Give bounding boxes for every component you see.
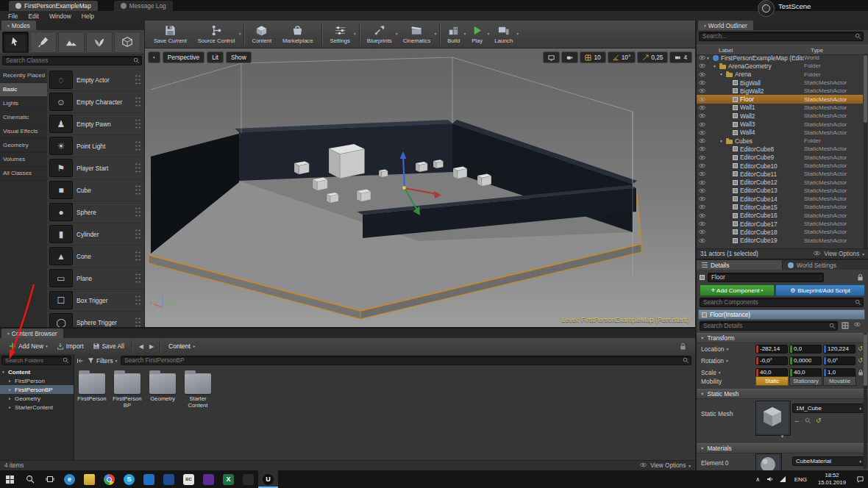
place-item-empty-actor[interactable]: ◌Empty Actor [47, 69, 144, 91]
actor-name-field[interactable] [708, 273, 824, 282]
taskbar-app-visual-studio[interactable] [199, 470, 218, 488]
static-mesh-dropdown[interactable]: 1M_Cube ▾ [792, 403, 865, 413]
breadcrumb[interactable]: Content ▸ [164, 342, 200, 350]
scrollbar-thumb[interactable] [864, 55, 867, 123]
start-button[interactable] [0, 470, 20, 488]
taskbar-app-edge[interactable]: e [60, 470, 79, 488]
taskbar-app-file-explorer[interactable] [79, 470, 99, 488]
modes-category-recently-placed[interactable]: Recently Placed [0, 69, 47, 83]
modes-category-geometry[interactable]: Geometry [0, 139, 47, 153]
asset-folder-firstperson[interactable]: FirstPerson [77, 370, 107, 409]
outliner-row-editorcube12[interactable]: EditorCube12StaticMeshActor [697, 178, 863, 186]
browse-icon[interactable] [805, 417, 811, 424]
menu-window[interactable]: Window [44, 12, 77, 20]
location-label[interactable]: Location▾ [701, 345, 755, 353]
place-item-empty-character[interactable]: ☺Empty Character [47, 91, 144, 113]
window-tab-firstpersonexamplemap[interactable]: FirstPersonExampleMap [9, 1, 98, 11]
place-mode-icon[interactable] [2, 32, 29, 53]
outliner-row-wall4[interactable]: Wall4StaticMeshActor [697, 129, 863, 137]
task-view-button[interactable] [40, 470, 60, 488]
details-scrollbar[interactable] [864, 333, 867, 469]
outliner-row-editorcube19[interactable]: EditorCube19StaticMeshActor [697, 237, 863, 245]
tree-expand-icon[interactable]: ▸ [9, 405, 15, 409]
outliner-row-arenageometry[interactable]: ▾ArenaGeometryFolder [697, 62, 863, 70]
clock[interactable]: 18:52 15.01.2019 [812, 472, 852, 487]
filters-button[interactable]: Filters ▾ [88, 357, 117, 365]
tab-content-browser[interactable]: ▾ Content Browser [1, 329, 63, 338]
asset-folder-geometry[interactable]: Geometry [147, 370, 178, 409]
save-current-button[interactable]: Save Current [149, 21, 193, 48]
modes-category-cinematic[interactable]: Cinematic [0, 111, 47, 125]
tab-details[interactable]: Details [697, 260, 782, 270]
rotation-z-field[interactable]: 0,0° [823, 356, 855, 365]
import-button[interactable]: Import [52, 340, 88, 353]
outliner-row-arena[interactable]: ▾ArenaFolder [697, 71, 863, 79]
grid-snap-button[interactable]: 10 [580, 51, 605, 63]
content-tree-content[interactable]: ▾Content [0, 367, 74, 376]
visibility-eye-icon[interactable] [697, 180, 707, 185]
visibility-eye-icon[interactable] [697, 229, 707, 234]
outliner-row-bigwall[interactable]: BigWallStaticMeshActor [697, 79, 863, 87]
window-tab-message-log[interactable]: Message Log [114, 1, 173, 11]
rotation-x-field[interactable]: -0,0° [755, 356, 788, 365]
drag-grip-icon[interactable] [135, 295, 141, 306]
place-item-cylinder[interactable]: ▮Cylinder [47, 223, 144, 245]
asset-folder-firstperson-bp[interactable]: FirstPerson BP [112, 370, 143, 409]
drag-grip-icon[interactable] [135, 140, 141, 151]
back-button[interactable]: ◀ [136, 343, 146, 350]
outliner-row-editorcube13[interactable]: EditorCube13StaticMeshActor [697, 187, 863, 195]
place-item-box-trigger[interactable]: ☐Box Trigger [47, 290, 144, 312]
modes-category-lights[interactable]: Lights [0, 97, 47, 111]
network-icon[interactable] [777, 476, 789, 483]
tab-modes[interactable]: ▾ Modes [1, 21, 36, 30]
modes-category-volumes[interactable]: Volumes [0, 153, 47, 167]
location-x-field[interactable]: -282,14 [755, 345, 788, 354]
place-item-cube[interactable]: ■Cube [47, 179, 144, 201]
sources-toggle-button[interactable] [77, 357, 84, 365]
taskbar-app-skype[interactable]: S [119, 470, 139, 488]
visibility-eye-icon[interactable] [697, 88, 707, 93]
outliner-row-wall1[interactable]: Wall1StaticMeshActor [697, 104, 863, 112]
outliner-row-editorcube17[interactable]: EditorCube17StaticMeshActor [697, 220, 863, 228]
modes-category-basic[interactable]: Basic [0, 83, 47, 97]
content-tree-firstpersonbp[interactable]: ▸FirstPersonBP [0, 385, 74, 394]
show-button[interactable]: Show [226, 51, 252, 63]
visibility-eye-icon[interactable] [697, 163, 707, 168]
transform-section-header[interactable]: ▼ Transform [697, 333, 868, 343]
mobility-stationary-button[interactable]: Stationary [789, 376, 822, 386]
blueprints-button[interactable]: Blueprints▾ [363, 21, 399, 48]
add-new-button[interactable]: Add New ▾ [4, 340, 52, 353]
search-folders-input[interactable] [1, 356, 71, 365]
visibility-eye-icon[interactable] [697, 155, 707, 160]
drag-grip-icon[interactable] [135, 207, 141, 218]
outliner-row-editorcube9[interactable]: EditorCube9StaticMeshActor [697, 154, 863, 162]
action-center-icon[interactable] [852, 476, 868, 484]
visibility-eye-icon[interactable] [697, 63, 707, 68]
content-tree-firstperson[interactable]: ▸FirstPerson [0, 376, 74, 385]
drag-grip-icon[interactable] [135, 96, 141, 107]
rotation-label[interactable]: Rotation▾ [701, 357, 755, 365]
search-details-input[interactable] [700, 321, 838, 331]
taskbar-app-excel[interactable]: X [218, 470, 238, 488]
tree-expand-icon[interactable]: ▾ [720, 72, 726, 76]
forward-button[interactable]: ▶ [146, 343, 157, 350]
drag-grip-icon[interactable] [135, 184, 141, 195]
tree-expand-icon[interactable]: ▸ [9, 387, 15, 392]
asset-folder-starter-content[interactable]: Starter Content [182, 370, 213, 409]
search-classes-input[interactable] [2, 56, 142, 65]
visibility-eye-icon[interactable] [697, 221, 707, 226]
viewport-3d-scene[interactable]: z y x [145, 49, 695, 327]
visibility-eye-icon[interactable] [697, 80, 707, 85]
static-mesh-section-header[interactable]: ▼ Static Mesh [697, 389, 868, 399]
outliner-row-editorcube16[interactable]: EditorCube16StaticMeshActor [697, 212, 863, 220]
drag-grip-icon[interactable] [135, 317, 141, 328]
search-components-input[interactable] [700, 298, 864, 307]
outliner-row-cubes[interactable]: ▾CubesFolder [697, 137, 863, 145]
outliner-row-editorcube15[interactable]: EditorCube15StaticMeshActor [697, 203, 863, 211]
tab-world-settings[interactable]: World Settings [783, 260, 868, 270]
place-item-sphere[interactable]: ●Sphere [47, 201, 144, 223]
tree-expand-icon[interactable]: ▾ [714, 64, 719, 68]
visibility-eye-icon[interactable] [697, 55, 707, 60]
outliner-row-editorcube8[interactable]: EditorCube8StaticMeshActor [697, 145, 863, 153]
viewport[interactable]: z y x ▾ Perspective Lit Show 10 10° 0,25 [145, 49, 695, 327]
